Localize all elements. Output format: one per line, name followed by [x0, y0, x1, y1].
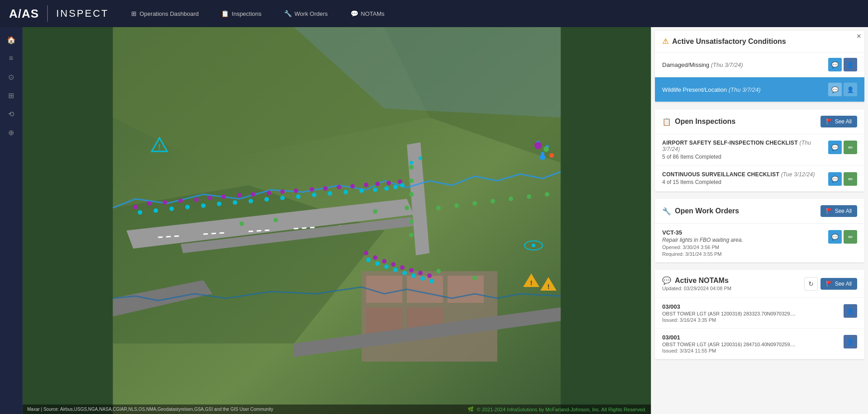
- condition-row-damaged[interactable]: Damaged/Missing (Thu 3/7/24) 💬 👤: [655, 52, 864, 77]
- inspection-title-0: AIRPORT SAFETY SELF-INSPECTION CHECKLIST…: [662, 140, 828, 152]
- logo: A/AS INSPECT: [9, 5, 109, 22]
- work-orders-see-all-btn[interactable]: 🚩 See All: [821, 205, 857, 217]
- svg-point-92: [544, 146, 549, 152]
- nav-label-operations: Operations Dashboard: [139, 10, 199, 17]
- map-logo-icon: 🌿: [468, 406, 474, 412]
- svg-point-42: [154, 208, 158, 213]
- map-area[interactable]: ! ! !: [23, 27, 651, 414]
- svg-point-53: [328, 191, 332, 196]
- condition-chat-btn-damaged[interactable]: 💬: [828, 58, 842, 71]
- nav-item-operations[interactable]: ⊞Operations Dashboard: [127, 7, 203, 20]
- svg-point-35: [337, 185, 342, 189]
- inspection-chat-btn-1[interactable]: 💬: [828, 172, 842, 186]
- condition-row-wildlife[interactable]: Wildlife Present/Location (Thu 3/7/24) 💬…: [655, 77, 864, 102]
- header: A/AS INSPECT ⊞Operations Dashboard📋Inspe…: [0, 0, 868, 27]
- svg-point-71: [473, 201, 477, 206]
- inspection-row-0[interactable]: AIRPORT SAFETY SELF-INSPECTION CHECKLIST…: [655, 134, 864, 166]
- sidebar-btn-layers[interactable]: ⊙: [3, 69, 19, 85]
- condition-date-damaged: (Thu 3/7/24): [711, 61, 743, 68]
- svg-point-75: [545, 192, 550, 197]
- work-order-chat-btn-0[interactable]: 💬: [828, 230, 842, 244]
- condition-text-wildlife: Wildlife Present/Location (Thu 3/7/24): [662, 86, 828, 93]
- sidebar-btn-compass[interactable]: ⊕: [3, 124, 19, 141]
- condition-chat-btn-wildlife[interactable]: 💬: [828, 83, 842, 96]
- svg-point-64: [409, 165, 414, 169]
- svg-point-51: [296, 194, 301, 199]
- svg-point-109: [421, 276, 425, 281]
- sidebar-btn-grid[interactable]: ⊞: [3, 87, 19, 104]
- notam-flag-btn-0[interactable]: 👤: [844, 304, 857, 318]
- notam-actions-1: 👤: [844, 335, 857, 348]
- svg-point-82: [419, 156, 422, 160]
- inspections-icon: 📋: [662, 118, 671, 126]
- notams-updated: Updated: 03/29/2024 04:08 PM: [662, 286, 731, 291]
- svg-point-30: [267, 191, 271, 195]
- svg-point-24: [179, 198, 183, 203]
- svg-point-62: [373, 209, 378, 214]
- notams-title-text: Active NOTAMs: [675, 277, 729, 285]
- nav-item-inspections[interactable]: 📋Inspections: [217, 7, 266, 20]
- inspections-see-all-label: See All: [835, 118, 852, 125]
- inspection-actions-1: 💬 ✏: [828, 172, 857, 186]
- notams-see-all-icon: 🚩: [826, 281, 833, 287]
- open-inspections-section: 📋 Open Inspections 🚩 See All AIRPORT SAF…: [655, 109, 864, 192]
- svg-point-39: [387, 181, 391, 185]
- warning-icon: ⚠: [662, 37, 669, 46]
- svg-point-65: [409, 179, 414, 183]
- sidebar-btn-list[interactable]: ≡: [3, 50, 19, 66]
- work-order-required-0: Required: 3/31/24 3:55 PM: [662, 251, 828, 257]
- svg-point-45: [201, 203, 206, 208]
- condition-label-wildlife: Wildlife Present/Location: [662, 86, 727, 93]
- sidebar-btn-rotate[interactable]: ⟲: [3, 106, 19, 122]
- svg-point-22: [147, 201, 152, 206]
- notams-see-all-btn[interactable]: 🚩 See All: [821, 278, 857, 290]
- work-order-row-0[interactable]: VCT-35 Repair lights in FBO waiting area…: [655, 224, 864, 263]
- logo-divider: [47, 5, 48, 22]
- nav-icon-operations: ⊞: [131, 10, 137, 17]
- logo-inspect: INSPECT: [56, 8, 109, 19]
- unsatisfactory-header: ⚠ Active Unsatisfactory Conditions: [655, 31, 864, 52]
- nav-item-work_orders[interactable]: 🔧Work Orders: [280, 7, 332, 20]
- inspections-see-all-btn[interactable]: 🚩 See All: [821, 116, 857, 127]
- notams-refresh-btn[interactable]: ↻: [804, 277, 818, 291]
- inspection-info-1: CONTINUOUS SURVEILLANCE CHECKLIST (Tue 3…: [662, 171, 828, 185]
- condition-assign-btn-damaged[interactable]: 👤: [844, 58, 857, 71]
- notam-id-1: 03/001: [662, 334, 844, 341]
- inspection-chat-btn-0[interactable]: 💬: [828, 141, 842, 154]
- work-orders-header: 🔧 Open Work Orders 🚩 See All: [655, 199, 864, 224]
- condition-label-damaged: Damaged/Missing: [662, 61, 709, 68]
- svg-point-43: [170, 207, 174, 211]
- main-nav: ⊞Operations Dashboard📋Inspections🔧Work O…: [127, 7, 389, 20]
- notam-row-0[interactable]: 03/003 OBST TOWER LGT (ASR 1200318) 2833…: [655, 298, 864, 329]
- nav-label-notams: NOTAMs: [361, 10, 384, 17]
- notam-info-0: 03/003 OBST TOWER LGT (ASR 1200318) 2833…: [662, 303, 844, 323]
- svg-point-46: [217, 202, 222, 206]
- work-order-desc-0: Repair lights in FBO waiting area.: [662, 237, 828, 243]
- notams-title: 💬 Active NOTAMs: [662, 276, 731, 285]
- notam-desc-1: OBST TOWER LGT (ASR 1200316) 284710.40N0…: [662, 342, 844, 347]
- inspection-edit-btn-0[interactable]: ✏: [844, 141, 857, 154]
- wrench-icon: 🔧: [662, 207, 671, 216]
- condition-assign-btn-wildlife[interactable]: 👤: [844, 83, 857, 96]
- sidebar-btn-home[interactable]: 🏠: [3, 32, 19, 48]
- notam-flag-btn-1[interactable]: 👤: [844, 335, 857, 348]
- svg-text:!: !: [547, 283, 550, 290]
- inspection-date-1: (Tue 3/12/24): [781, 171, 815, 178]
- svg-point-95: [364, 251, 369, 255]
- svg-point-60: [240, 221, 244, 226]
- panel-close-button[interactable]: ×: [856, 32, 861, 41]
- svg-point-37: [364, 183, 369, 187]
- inspection-row-1[interactable]: CONTINUOUS SURVEILLANCE CHECKLIST (Tue 3…: [655, 166, 864, 192]
- work-order-edit-btn-0[interactable]: ✏: [844, 230, 857, 244]
- svg-point-105: [384, 264, 389, 269]
- nav-item-notams[interactable]: 💬NOTAMs: [346, 7, 389, 20]
- right-panel: × ⚠ Active Unsatisfactory Conditions Dam…: [651, 27, 868, 414]
- inspection-edit-btn-1[interactable]: ✏: [844, 172, 857, 186]
- unsatisfactory-title: ⚠ Active Unsatisfactory Conditions: [662, 37, 786, 46]
- svg-point-52: [312, 193, 317, 197]
- notam-row-1[interactable]: 03/001 OBST TOWER LGT (ASR 1200316) 2847…: [655, 329, 864, 359]
- svg-point-23: [163, 200, 167, 205]
- map-attribution-text: Maxar | Source: Airbus,USGS,NGA,NASA,CGI…: [27, 407, 273, 412]
- svg-point-28: [237, 193, 242, 198]
- active-notams-section: 💬 Active NOTAMs Updated: 03/29/2024 04:0…: [655, 270, 864, 359]
